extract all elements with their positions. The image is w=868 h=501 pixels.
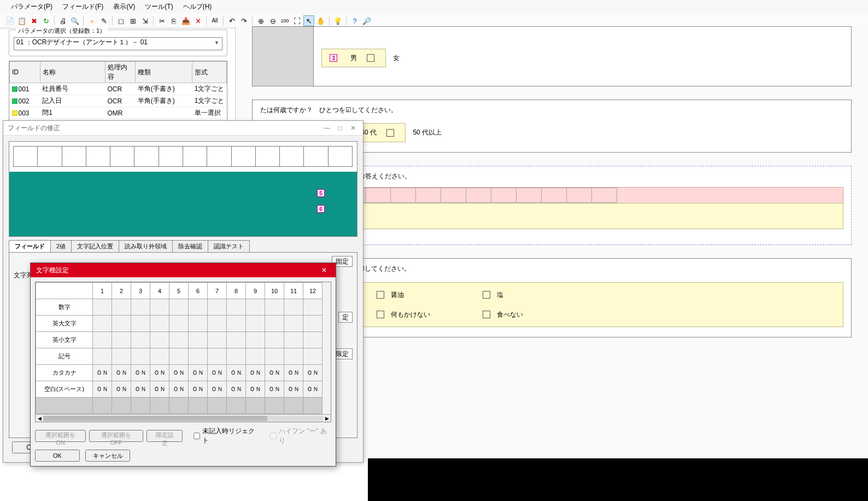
col-id[interactable]: ID [10, 62, 40, 83]
q1-male-label: 男 [350, 53, 357, 63]
menubar: パラメータ(P) フィールド(F) 表示(V) ツール(T) ヘルプ(H) [0, 0, 868, 14]
parameter-group: パラメータの選択（登録数：1） 01 ：OCRデザイナー（アンケート１）－ 01 [9, 30, 227, 56]
new-icon[interactable]: 📄 [4, 15, 15, 26]
q4-r2-1: 何もかけない [391, 309, 430, 320]
bottom-strip [368, 458, 868, 501]
reject-checkbox[interactable]: 未記入時リジェクト [193, 427, 259, 445]
col-proc[interactable]: 処理内容 [105, 62, 135, 83]
print-icon[interactable]: 🖨 [57, 15, 68, 26]
subwin-tab-4[interactable]: 除去確認 [172, 240, 208, 252]
parameter-legend: パラメータの選択（登録数：1） [16, 27, 108, 34]
menu-view[interactable]: 表示(V) [113, 2, 135, 11]
col-name[interactable]: 名称 [40, 62, 105, 83]
dlg-cancel-button[interactable]: キャンセル [85, 450, 130, 462]
scroll-right-icon[interactable]: ▶ [323, 416, 331, 421]
subwin-title-text: フィールドの修正 [8, 124, 60, 133]
checkbox-icon [367, 54, 374, 62]
q1-side [253, 27, 314, 86]
edit-icon[interactable]: ✎ [98, 15, 109, 26]
checkbox-icon [386, 129, 394, 137]
q2-tail: 50 代以上 [413, 129, 442, 136]
q4-r2-2: 食べない [497, 309, 523, 320]
q4-r1-1: 醤油 [391, 289, 404, 300]
q3-tag6-icon: 6 [317, 205, 325, 213]
char-type-row[interactable]: カタカナＯＮＯＮＯＮＯＮＯＮＯＮＯＮＯＮＯＮＯＮＯＮＯＮ [36, 365, 322, 381]
char-type-dialog: 文字種設定 ✕ 123456789101112数字英大文字英小文字記号カタカナＯ… [30, 263, 336, 467]
cut-icon[interactable]: ✂ [156, 15, 167, 26]
char-type-row[interactable]: 記号 [36, 348, 322, 365]
subwin-tab-0[interactable]: フィールド [9, 240, 51, 252]
select-rect2-icon[interactable]: ⊞ [127, 15, 138, 26]
char-type-row[interactable]: 空白(スペース)ＯＮＯＮＯＮＯＮＯＮＯＮＯＮＯＮＯＮＯＮＯＮＯＮ [36, 381, 322, 398]
subwin-tab-5[interactable]: 認識テスト [208, 240, 250, 252]
zoom-in-icon[interactable]: ⊕ [255, 15, 266, 26]
copy2-icon[interactable]: ⎘ [168, 15, 179, 26]
menu-parameter[interactable]: パラメータ(P) [11, 2, 52, 11]
grid-scrollbar[interactable]: ◀ ▶ [36, 414, 331, 422]
q1-option-male[interactable]: 3 男 [321, 49, 386, 67]
checkbox-icon [377, 291, 384, 299]
hyphen-checkbox[interactable]: ハイフン "ー" あり [270, 427, 331, 445]
q1-block: 3 男 女 [252, 26, 852, 86]
limit-set-button[interactable]: 限定設定 [146, 430, 183, 442]
menu-tool[interactable]: ツール(T) [145, 2, 173, 11]
subwin-tab-3[interactable]: 読み取り外領域 [119, 240, 173, 252]
search-icon[interactable]: 🔎 [361, 15, 372, 26]
dlg-title-text: 文字種設定 [36, 266, 69, 275]
q2-text: たは何歳ですか？ ひとつを☑してください。 [260, 104, 843, 115]
copy-icon[interactable]: 📋 [16, 15, 27, 26]
q1-female-label: 女 [393, 54, 400, 62]
dlg-close-icon[interactable]: ✕ [318, 265, 330, 275]
q3-name-field[interactable] [315, 203, 843, 229]
maximize-icon[interactable]: □ [335, 123, 345, 133]
fit-icon[interactable]: ⛶ [291, 15, 302, 26]
checkbox-icon [377, 311, 384, 318]
all-button[interactable]: All [209, 15, 220, 26]
range-on-button[interactable]: 選択範囲をON [35, 430, 86, 442]
table-row[interactable]: 003問1OMR単一選択 [10, 107, 227, 119]
delete-page-icon[interactable]: ✖ [28, 15, 39, 26]
refresh-icon[interactable]: ↻ [40, 15, 51, 26]
q4-r1-2: 塩 [497, 289, 503, 300]
zoom-100-icon[interactable]: 100 [279, 15, 290, 26]
menu-field[interactable]: フィールド(F) [62, 2, 103, 11]
char-type-grid[interactable]: 123456789101112数字英大文字英小文字記号カタカナＯＮＯＮＯＮＯＮＯ… [35, 282, 331, 422]
paste-icon[interactable]: 📥 [180, 15, 191, 26]
align-icon[interactable]: ⇲ [139, 15, 150, 26]
scroll-left-icon[interactable]: ◀ [36, 416, 43, 421]
zoom-out-icon[interactable]: ⊖ [267, 15, 278, 26]
dlg-ok-button[interactable]: OK [35, 450, 80, 462]
parameter-select[interactable]: 01 ：OCRデザイナー（アンケート１）－ 01 [14, 37, 222, 50]
char-type-row[interactable]: 英小文字 [36, 332, 322, 348]
subwin-tab-1[interactable]: 2値 [50, 240, 72, 252]
table-row[interactable]: 002記入日OCR半角(手書き)1文字ごと [10, 95, 227, 107]
checkbox-icon [483, 291, 490, 299]
undo-icon[interactable]: ↶ [226, 15, 237, 26]
minimize-icon[interactable]: — [321, 123, 332, 133]
char-type-row[interactable]: 英大文字 [36, 316, 322, 332]
field-preview [9, 141, 357, 237]
checkbox-icon [483, 311, 490, 318]
char-type-row[interactable]: 数字 [36, 299, 322, 316]
q1-tag-icon: 3 [330, 54, 337, 62]
close-icon[interactable]: ✕ [348, 123, 359, 133]
subwin-tabs: フィールド 2値 文字記入位置 読み取り外領域 除去確認 認識テスト [9, 240, 357, 252]
col-type[interactable]: 種類 [136, 62, 192, 83]
help-icon[interactable]: ? [349, 15, 360, 26]
select-rect-icon[interactable]: ◻ [115, 15, 126, 26]
hand-icon[interactable]: ✋ [315, 15, 326, 26]
q3-tag5-icon: 5 [317, 189, 325, 197]
delete-icon[interactable]: ✕ [192, 15, 203, 26]
table-row[interactable]: 001社員番号OCR半角(手書き)1文字ごと [10, 83, 227, 95]
limit-button[interactable]: 定 [338, 312, 353, 323]
add-icon[interactable]: ＋ [86, 15, 97, 26]
subwin-tab-2[interactable]: 文字記入位置 [71, 240, 119, 252]
menu-help[interactable]: ヘルプ(H) [183, 2, 212, 11]
preview-icon[interactable]: 🔍 [69, 15, 80, 26]
tip-icon[interactable]: 💡 [332, 15, 343, 26]
range-off-button[interactable]: 選択範囲をOFF [89, 430, 143, 442]
q3-kana-cells[interactable] [315, 187, 843, 203]
redo-icon[interactable]: ↷ [238, 15, 249, 26]
pointer-icon[interactable]: ↖ [303, 15, 314, 26]
col-format[interactable]: 形式 [192, 62, 227, 83]
